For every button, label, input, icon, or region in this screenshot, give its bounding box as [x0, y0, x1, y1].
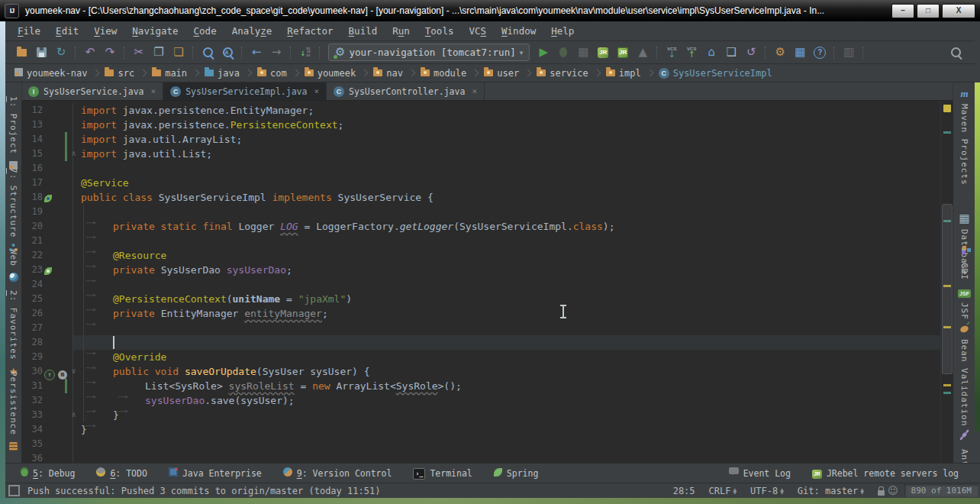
editor-tab-sysuserservice-java[interactable]: ISysUserService.java× — [21, 82, 163, 100]
bottom-tab-java-enterprise[interactable]: Java Enterprise — [169, 467, 262, 479]
tool-stripe-tab-bean-validation[interactable]: Bean Validation — [953, 321, 975, 426]
open-folder-button[interactable] — [11, 44, 31, 61]
menu-item-file[interactable]: File — [10, 23, 48, 39]
tool-stripe-tab-cdi[interactable]: CDI — [953, 244, 975, 280]
scrollbar-mark[interactable] — [943, 131, 951, 134]
code-line[interactable]: 23private SysUserDao sysUserDao; — [21, 263, 940, 277]
scrollbar-mark[interactable] — [943, 384, 951, 386]
tool-stripe-tab-2-favorites[interactable]: 2: Favorites★ — [5, 290, 21, 378]
code-line[interactable]: 20private static final Logger LOG = Logg… — [21, 219, 940, 234]
tool-stripe-tab-persistence[interactable]: Persistence — [5, 371, 21, 454]
code-text[interactable]: private EntityManager entityManager; — [81, 306, 328, 321]
code-text[interactable]: private SysUserDao sysUserDao; — [81, 263, 292, 277]
code-line[interactable]: 35 — [21, 437, 940, 451]
project-structure-button[interactable]: ▦ — [790, 44, 810, 61]
breadcrumb-item-user[interactable]: user — [484, 68, 519, 79]
menu-item-navigate[interactable]: Navigate — [124, 23, 185, 39]
memory-indicator[interactable]: 890 of 1016M — [904, 484, 978, 497]
update-project-button[interactable]: VCS↓ — [662, 44, 682, 61]
bottom-tab-event-log[interactable]: Event Log — [729, 467, 791, 479]
menu-item-analyze[interactable]: Analyze — [224, 23, 280, 39]
menu-item-edit[interactable]: Edit — [48, 23, 86, 39]
rollback-button[interactable]: ↺ — [741, 44, 761, 61]
code-text[interactable]: @Override — [81, 350, 166, 364]
encoding-selector[interactable]: UTF-8▲▼ — [750, 486, 784, 496]
help-button[interactable]: ? — [810, 44, 830, 61]
code-line[interactable]: 14import java.util.ArrayList; — [21, 132, 940, 147]
tool-stripe-tab-1-project[interactable]: 1: Project — [5, 96, 21, 173]
redo-button[interactable]: ↷ — [100, 44, 120, 61]
jrebel-debug-button[interactable]: JR — [613, 44, 633, 61]
breadcrumb-item-nav[interactable]: nav — [373, 68, 403, 79]
replace-button[interactable] — [218, 44, 237, 61]
cut-button[interactable]: ✂ — [129, 44, 149, 61]
tool-stripe-tab-jsf[interactable]: JSFJSF — [953, 284, 975, 320]
run-button[interactable]: ▶ — [534, 44, 553, 61]
bottom-tab-5-debug[interactable]: 5: Debug — [21, 467, 75, 479]
search-everywhere-button[interactable] — [946, 44, 965, 61]
code-text[interactable] — [81, 335, 113, 350]
code-text[interactable] — [81, 277, 113, 292]
bottom-tab-6-todo[interactable]: 6: TODO — [96, 467, 147, 479]
code-line[interactable]: 12import javax.persistence.EntityManager… — [21, 103, 940, 118]
code-text[interactable]: @PersistenceContext(unitName = "jpaXml") — [81, 292, 352, 306]
code-line[interactable]: 25@PersistenceContext(unitName = "jpaXml… — [21, 292, 940, 306]
breadcrumb-item-module[interactable]: module — [421, 68, 466, 79]
menu-item-refactor[interactable]: Refactor — [279, 23, 340, 39]
tool-stripe-tab-ant[interactable]: Ant — [953, 428, 975, 467]
code-line[interactable]: 33∧} — [21, 408, 940, 422]
find-button[interactable] — [198, 44, 218, 61]
run-configuration-selector[interactable]: ⚙your-navigation [tomcat7:run]▾ — [328, 44, 530, 61]
code-text[interactable]: import java.util.ArrayList; — [81, 132, 242, 147]
tab-close-icon[interactable]: × — [151, 86, 156, 96]
deploy-button[interactable]: ⌂ — [701, 44, 721, 61]
editor[interactable]: 12import javax.persistence.EntityManager… — [21, 101, 940, 463]
code-line[interactable]: 24 — [21, 277, 940, 292]
paste-button[interactable]: ❏ — [169, 44, 189, 61]
hector-inspector-icon[interactable]: ☺ — [888, 485, 898, 496]
readonly-lock-icon[interactable] — [878, 490, 885, 496]
code-text[interactable]: private static final Logger LOG = Logger… — [81, 219, 615, 234]
copy-button[interactable]: ❐ — [149, 44, 169, 61]
scrollbar-thumb[interactable] — [942, 204, 953, 374]
vcs-branch-widget[interactable]: Git: master▲▼ — [798, 486, 864, 496]
menu-item-view[interactable]: View — [86, 23, 124, 39]
run-with-coverage-button[interactable]: ▦ — [573, 44, 593, 61]
breadcrumb-item-impl[interactable]: impl — [606, 68, 641, 79]
code-line[interactable]: 15∧import java.util.List; — [21, 147, 940, 161]
breadcrumb-item-sysuserserviceimpl[interactable]: CSysUserServiceImpl — [659, 67, 772, 79]
code-line[interactable]: 27 — [21, 321, 940, 335]
code-text[interactable]: List<SysRole> sysRoleList = new ArrayLis… — [81, 379, 462, 393]
debug-button[interactable] — [553, 44, 573, 61]
editor-tab-sysuserserviceimpl-java[interactable]: CSysUserServiceImpl.java× — [163, 82, 327, 100]
tab-close-icon[interactable]: × — [472, 86, 477, 96]
toolwindow-toggle-icon[interactable] — [8, 485, 20, 496]
fold-marker[interactable]: ∧ — [71, 409, 76, 420]
code-line[interactable]: 18public class SysUserServiceImpl implem… — [21, 190, 940, 205]
breadcrumb-item-com[interactable]: com — [257, 68, 287, 79]
breadcrumb-item-youmeek[interactable]: youmeek — [305, 68, 356, 79]
code-text[interactable] — [81, 321, 113, 335]
menu-item-run[interactable]: Run — [385, 23, 417, 39]
remote-host-button[interactable]: ❑ — [721, 44, 741, 61]
menu-item-build[interactable]: Build — [341, 23, 385, 39]
settings-button[interactable]: ⚙ — [770, 44, 790, 61]
profile-button[interactable]: ▲ — [633, 44, 653, 61]
export-settings-button[interactable]: ▥ — [839, 44, 859, 61]
recent-changes-button[interactable]: ↓011001 — [295, 44, 315, 61]
menu-item-code[interactable]: Code — [186, 23, 224, 39]
minimize-button[interactable]: – — [891, 4, 914, 18]
tab-close-icon[interactable]: × — [314, 86, 319, 96]
editor-tab-sysusercontroller-java[interactable]: CSysUserController.java× — [327, 82, 485, 100]
code-line[interactable]: 17@Service — [21, 176, 940, 190]
code-line[interactable]: 30↑m∨public void saveOrUpdate(SysUser sy… — [21, 364, 940, 379]
caret-position[interactable]: 28:5 — [673, 486, 695, 496]
close-button[interactable]: X — [942, 4, 975, 18]
breadcrumb-item-youmeek-nav[interactable]: youmeek-nav — [15, 68, 87, 79]
bottom-tab-jrebel-remote-servers-log[interactable]: JRJRebel remote servers log — [812, 467, 959, 479]
code-line[interactable]: 19 — [21, 205, 940, 219]
save-all-button[interactable] — [31, 44, 51, 61]
bottom-tab-terminal[interactable]: ›_Terminal — [413, 467, 472, 480]
code-text[interactable]: } — [81, 408, 119, 422]
line-ending-selector[interactable]: CRLF▲▼ — [709, 486, 737, 496]
